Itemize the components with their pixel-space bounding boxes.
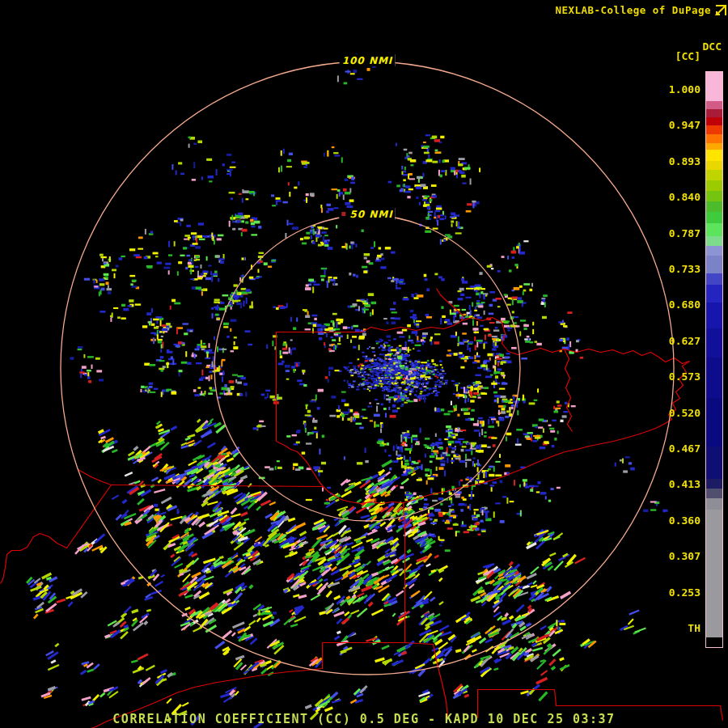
colorbar-segment bbox=[706, 256, 722, 273]
colorbar-threshold-label: TH bbox=[688, 622, 700, 635]
colorbar-segment bbox=[706, 117, 722, 125]
radar-screen: NEXLAB-College of DuPage DCC [CC] 1.0000… bbox=[0, 0, 728, 728]
colorbar-segment bbox=[706, 125, 722, 134]
colorbar-tick-label: 0.733 bbox=[669, 263, 700, 276]
colorbar-segment bbox=[706, 398, 722, 447]
range-marker-square bbox=[341, 212, 345, 216]
colorbar-segment bbox=[706, 134, 722, 143]
radar-display-canvas bbox=[0, 0, 728, 728]
colorbar-segment bbox=[706, 489, 722, 498]
colorbar-tick-label: 0.307 bbox=[669, 550, 700, 563]
site-title: NEXLAB-College of DuPage bbox=[555, 4, 711, 16]
colorbar-segment bbox=[706, 72, 722, 101]
colorbar-units-label: [CC] bbox=[675, 50, 700, 62]
colorbar-segment bbox=[706, 170, 722, 180]
colorbar-segment bbox=[706, 479, 722, 489]
range-ring-label-text: 50 NMI bbox=[349, 209, 392, 220]
colorbar-segment bbox=[706, 358, 722, 398]
colorbar-segment bbox=[706, 143, 722, 150]
colorbar-tick-label: 0.893 bbox=[669, 155, 700, 168]
range-ring-label: 50 NMI bbox=[339, 208, 395, 220]
colorbar-segment bbox=[706, 498, 722, 510]
colorbar-segment bbox=[706, 150, 722, 161]
colorbar-segment bbox=[706, 285, 722, 303]
colorbar-segment bbox=[706, 201, 722, 212]
colorbar-tick-label: 0.947 bbox=[669, 119, 700, 132]
colorbar-tick-label: 1.000 bbox=[669, 83, 700, 96]
colorbar-tick-label: 0.413 bbox=[669, 478, 700, 491]
colorbar-segment bbox=[706, 191, 722, 201]
colorbar-tick-label: 0.467 bbox=[669, 442, 700, 455]
colorbar-segment bbox=[706, 180, 722, 191]
colorbar-segment bbox=[706, 236, 722, 246]
colorbar-segment bbox=[706, 223, 722, 236]
range-ring-label-text: 100 NMI bbox=[342, 55, 393, 66]
colorbar-tick-label: 0.787 bbox=[669, 227, 700, 240]
site-header: NEXLAB-College of DuPage bbox=[555, 4, 726, 16]
colorbar-tick-label: 0.573 bbox=[669, 370, 700, 383]
colorbar-segment bbox=[706, 328, 722, 358]
colorbar-tick-label: 0.253 bbox=[669, 586, 700, 599]
colorbar-segment bbox=[706, 637, 722, 647]
range-ring-label: 100 NMI bbox=[340, 54, 396, 66]
colorbar-segment bbox=[706, 246, 722, 256]
colorbar-segment bbox=[706, 447, 722, 479]
colorbar-segment bbox=[706, 109, 722, 117]
colorbar-segment bbox=[706, 101, 722, 109]
colorbar-title: DCC bbox=[703, 40, 722, 53]
colorbar-tick-label: 0.840 bbox=[669, 191, 700, 204]
colorbar-tick-label: 0.627 bbox=[669, 335, 700, 348]
colorbar-tick-label: 0.360 bbox=[669, 514, 700, 527]
pointer-box-icon bbox=[715, 5, 726, 16]
colorbar-gradient bbox=[705, 71, 723, 648]
colorbar-tick-label: 0.520 bbox=[669, 407, 700, 420]
colorbar-segment bbox=[706, 510, 722, 637]
colorbar-segment bbox=[706, 212, 722, 223]
product-caption: CORRELATION COEFFICIENT (CC) 0.5 DEG - K… bbox=[0, 712, 728, 726]
colorbar-tick-label: 0.680 bbox=[669, 298, 700, 311]
colorbar-segment bbox=[706, 303, 722, 328]
colorbar-segment bbox=[706, 161, 722, 170]
colorbar-segment bbox=[706, 273, 722, 285]
